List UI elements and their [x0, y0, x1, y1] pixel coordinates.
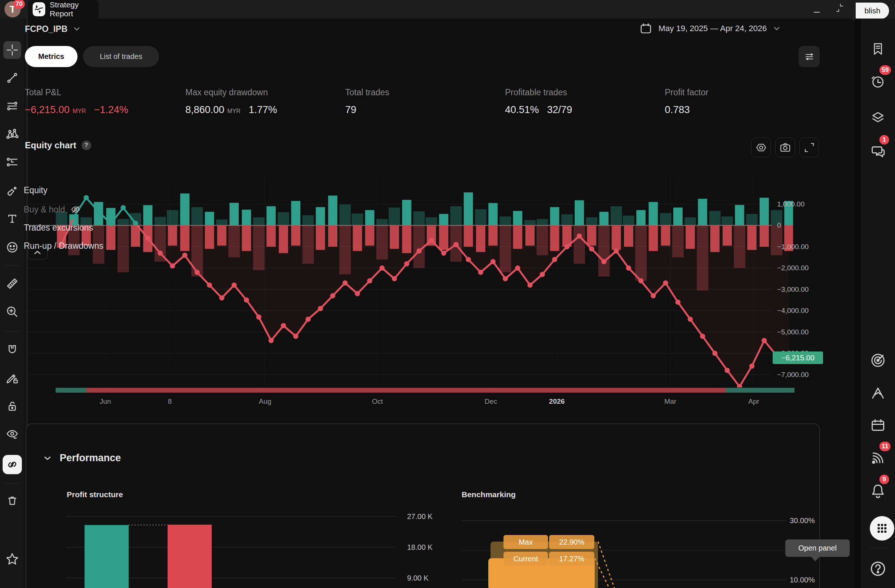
help-icon	[869, 560, 887, 577]
tool-crosshair[interactable]	[3, 41, 21, 59]
tool-remove-drawings[interactable]	[3, 492, 21, 509]
y-axis-label: −1,000.00	[777, 243, 809, 251]
legend-label: Buy & hold	[24, 205, 65, 215]
fib-retracement-icon	[6, 99, 19, 113]
symbol-selector[interactable]: FCPO_IPB	[25, 21, 81, 36]
strategy-tester-icon	[33, 2, 45, 16]
benchmarking-chart[interactable]: 30.00%10.00%	[461, 512, 840, 588]
tool-sync-drawings-link[interactable]	[3, 455, 22, 474]
watchlist-icon	[871, 41, 885, 56]
equity-chart-plot[interactable]	[24, 165, 793, 388]
crosshair-icon	[6, 43, 19, 57]
tool-zoom-in[interactable]	[3, 303, 21, 321]
sidebar-help[interactable]	[870, 561, 886, 577]
publish-button-partial[interactable]: blish	[856, 3, 889, 19]
tool-favorites-star[interactable]	[3, 550, 21, 568]
sidebar-live-streams[interactable]	[870, 450, 886, 466]
stat-extra: 32/79	[547, 104, 572, 116]
report-layout-button[interactable]	[799, 46, 820, 67]
chevron-down-icon	[773, 24, 781, 33]
tool-magnet[interactable]	[3, 341, 21, 359]
sidebar-ideas-mountain[interactable]	[870, 385, 886, 401]
legend-equity[interactable]: Equity	[24, 185, 47, 195]
benchmark-current-label: Current	[504, 552, 548, 566]
stat-profit-factor: Profit factor 0.783	[665, 88, 821, 116]
chart-fullscreen-button[interactable]	[799, 138, 819, 157]
right-sidebar	[861, 18, 895, 588]
sidebar-notifications-bell[interactable]	[870, 483, 886, 499]
application-window: T 70 Strategy Report blish 591119 FCPO_I…	[0, 0, 895, 588]
maximize-button[interactable]	[833, 3, 846, 13]
stat-extra: 1.77%	[249, 104, 277, 116]
tool-trend-line[interactable]	[3, 69, 21, 87]
sidebar-chat[interactable]	[870, 143, 886, 159]
help-icon[interactable]: ?	[82, 141, 91, 150]
last-price-label: −6,215.00	[773, 352, 823, 364]
sync-drawings-link-icon	[5, 458, 19, 471]
tool-pattern[interactable]	[3, 125, 21, 143]
legend-collapse-button[interactable]	[27, 246, 47, 259]
date-range-selector[interactable]: May 19, 2025 — Apr 24, 2026	[639, 20, 781, 37]
ruler-icon	[6, 277, 19, 290]
stat-label: Max equity drawdown	[185, 88, 341, 97]
y-axis-label: −2,000.00	[777, 264, 809, 272]
tab-strategy-report[interactable]: Strategy Report	[28, 0, 99, 18]
toolbar-divider	[5, 265, 20, 266]
remove-drawings-icon	[6, 494, 19, 507]
hide-drawings-icon	[6, 428, 19, 441]
chart-screenshot-button[interactable]	[775, 138, 795, 157]
stat-value: 0.783	[665, 104, 690, 116]
x-axis-label: Apr	[748, 397, 759, 406]
live-streams-icon	[870, 450, 886, 466]
tool-emoji[interactable]	[3, 238, 21, 256]
stat-total-pnl: Total P&L −6,215.00MYR−1.24%	[25, 88, 181, 116]
sidebar-alerts-clock[interactable]	[870, 73, 886, 90]
top-window-bar	[0, 0, 895, 18]
y-axis-label: 1,000.00	[777, 200, 804, 208]
sidebar-watchlist[interactable]	[870, 41, 886, 57]
x-axis-label: 2026	[549, 397, 565, 406]
tool-hide-drawings[interactable]	[3, 426, 21, 443]
live-streams-badge: 11	[880, 441, 890, 451]
tool-lock-all[interactable]	[3, 397, 21, 415]
sidebar-object-tree[interactable]	[870, 109, 886, 125]
text-icon	[6, 212, 19, 226]
legend-buy-and-hold[interactable]: Buy & hold	[24, 204, 81, 215]
chat-badge: 1	[880, 135, 889, 145]
stat-extra: −1.24%	[94, 104, 128, 116]
tab-list-of-trades[interactable]: List of trades	[83, 46, 159, 67]
sidebar-divider	[870, 548, 887, 548]
benchmark-axis-label: 10.00%	[790, 576, 815, 584]
toolbar-divider	[5, 331, 20, 332]
tool-position-forecast[interactable]	[3, 153, 21, 171]
tool-drawing-mode-lock[interactable]	[3, 370, 21, 388]
tool-brush[interactable]	[3, 181, 21, 199]
eye-off-icon	[70, 204, 81, 215]
chart-settings-button[interactable]	[751, 138, 771, 157]
x-axis-label: Mar	[664, 397, 677, 406]
sidebar-screener-radar[interactable]	[870, 352, 886, 368]
timeline-strip-segment	[56, 388, 86, 393]
stat-value: −6,215.00	[25, 104, 70, 116]
x-axis-label: Dec	[485, 397, 497, 406]
chevron-down-icon	[73, 25, 81, 33]
sidebar-apps-grid[interactable]	[870, 516, 894, 541]
profit-structure-chart[interactable]: 27.00 K18.00 K9.00 K	[59, 508, 452, 588]
stat-max-drawdown: Max equity drawdown 8,860.00MYR1.77%	[185, 88, 341, 116]
calendar-icon	[639, 22, 652, 35]
tool-ruler[interactable]	[3, 275, 21, 292]
lock-all-icon	[6, 400, 19, 413]
stat-unit: MYR	[227, 108, 241, 115]
calendar-icon	[870, 417, 886, 433]
tool-fib-retracement[interactable]	[3, 97, 21, 115]
tab-metrics[interactable]: Metrics	[25, 46, 77, 67]
stat-label: Profit factor	[665, 88, 821, 97]
minimize-button[interactable]	[810, 5, 823, 15]
sidebar-calendar[interactable]	[870, 417, 886, 433]
legend-label: Equity	[24, 185, 47, 195]
legend-trades-excursions[interactable]: Trades excursions	[24, 223, 93, 233]
performance-header[interactable]: Performance	[42, 452, 121, 464]
date-range-text: May 19, 2025 — Apr 24, 2026	[658, 24, 767, 33]
tool-text[interactable]	[3, 210, 21, 227]
stat-label: Profitable trades	[505, 88, 661, 97]
